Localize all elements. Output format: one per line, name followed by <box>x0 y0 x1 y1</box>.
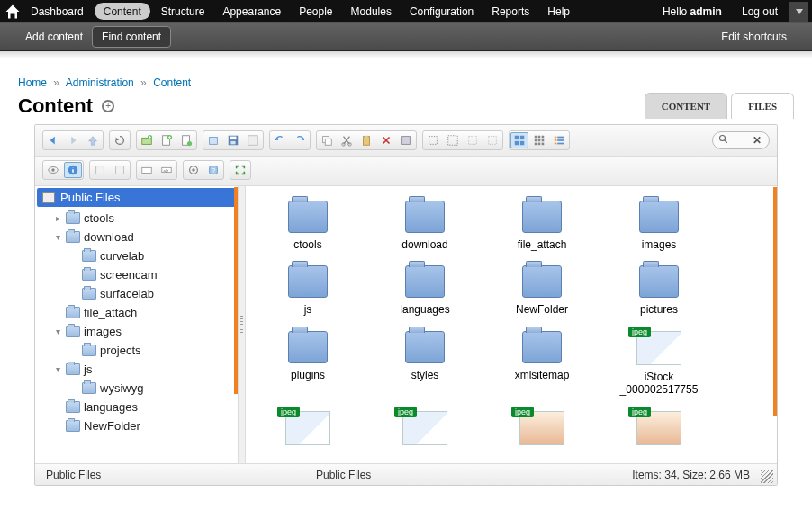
file-item-js[interactable]: js <box>258 265 357 316</box>
tool-c-button[interactable] <box>138 162 156 178</box>
thumbnail: jpeg <box>636 331 681 365</box>
tree-twisty-icon[interactable]: ▾ <box>53 232 62 242</box>
home-icon[interactable] <box>4 3 22 21</box>
forward-button[interactable] <box>64 132 82 148</box>
properties-button[interactable] <box>397 132 415 148</box>
file-item-languages[interactable]: languages <box>375 265 474 316</box>
up-button[interactable] <box>84 132 102 148</box>
undo-button[interactable] <box>271 132 289 148</box>
search-input[interactable] <box>729 135 751 146</box>
file-item-ctools[interactable]: ctools <box>258 201 357 251</box>
add-shortcut-icon[interactable]: + <box>102 100 114 112</box>
admin-menu-modules[interactable]: Modules <box>342 0 401 22</box>
save-button[interactable] <box>224 132 242 148</box>
details-button[interactable] <box>64 162 82 178</box>
view-list-button[interactable] <box>550 132 568 148</box>
copy-button[interactable] <box>318 132 336 148</box>
tab-files[interactable]: FILES <box>731 93 794 119</box>
cut-button[interactable] <box>338 132 356 148</box>
upload-button[interactable] <box>177 132 195 148</box>
breadcrumb-content[interactable]: Content <box>153 76 191 89</box>
tree-item-file_attach[interactable]: file_attach <box>35 303 238 322</box>
file-item-thumb[interactable]: jpeg <box>492 411 591 449</box>
new-folder-button[interactable] <box>138 132 156 148</box>
tree-item-newfolder[interactable]: NewFolder <box>35 416 238 435</box>
admin-menu-appearance[interactable]: Appearance <box>213 0 290 22</box>
open-button[interactable] <box>204 132 222 148</box>
file-item-xmlsitemap[interactable]: xmlsitemap <box>492 331 591 397</box>
delete-button[interactable] <box>377 132 395 148</box>
svg-rect-19 <box>448 136 458 146</box>
tree-item-surfacelab[interactable]: surfacelab <box>35 284 238 303</box>
tree-twisty-icon[interactable]: ▾ <box>53 364 62 374</box>
admin-menu-reports[interactable]: Reports <box>483 0 538 22</box>
file-item-styles[interactable]: styles <box>375 331 474 397</box>
deselect-button[interactable] <box>464 132 482 148</box>
svg-rect-40 <box>557 143 564 145</box>
file-item-download[interactable]: download <box>375 201 474 251</box>
tree-item-download[interactable]: ▾download <box>35 228 238 246</box>
tree-splitter[interactable] <box>239 186 246 463</box>
admin-menu-content[interactable]: Content <box>95 3 150 20</box>
tree-twisty-icon[interactable]: ▸ <box>53 213 62 223</box>
tree-root[interactable]: Public Files <box>37 188 236 207</box>
file-item-thumb[interactable]: jpeg <box>258 411 357 449</box>
tree-item-projects[interactable]: projects <box>35 341 238 360</box>
folder-tree[interactable]: Public Files ▸ctools▾downloadcurvelabscr… <box>35 186 239 463</box>
tree-item-ctools[interactable]: ▸ctools <box>35 209 238 228</box>
fullscreen-button[interactable] <box>231 162 249 178</box>
toolbar-dropdown-toggle[interactable] <box>789 2 808 22</box>
tree-item-languages[interactable]: languages <box>35 398 238 416</box>
help-button[interactable]: ? <box>204 162 222 178</box>
select-button[interactable] <box>424 132 442 148</box>
logout-link[interactable]: Log out <box>731 5 789 18</box>
tree-item-images[interactable]: ▾images <box>35 322 238 341</box>
redo-button[interactable] <box>291 132 309 148</box>
search-box[interactable]: ✕ <box>712 131 770 149</box>
edit-shortcuts-link[interactable]: Edit shortcuts <box>712 27 796 47</box>
view-large-icons-button[interactable] <box>510 132 528 148</box>
file-item-newfolder[interactable]: NewFolder <box>492 265 591 316</box>
tree-item-curvelab[interactable]: curvelab <box>35 246 238 265</box>
tree-item-screencam[interactable]: screencam <box>35 265 238 284</box>
files-panel[interactable]: ctoolsdownloadfile_attachimagesjslanguag… <box>246 186 777 463</box>
admin-menu-people[interactable]: People <box>290 0 341 22</box>
tree-twisty-icon[interactable]: ▾ <box>53 327 62 336</box>
preview-button[interactable] <box>44 162 62 178</box>
admin-menu: DashboardContentStructureAppearancePeopl… <box>22 0 579 22</box>
admin-menu-structure[interactable]: Structure <box>152 0 214 22</box>
rename-button[interactable]: a|z <box>158 162 176 178</box>
admin-menu-dashboard[interactable]: Dashboard <box>22 0 93 22</box>
tree-item-js[interactable]: ▾js <box>35 360 238 379</box>
paste-button[interactable] <box>357 132 375 148</box>
breadcrumb-admin[interactable]: Administration <box>66 76 134 89</box>
fm-toolbar-1: ✕ <box>35 125 777 157</box>
new-file-button[interactable] <box>158 132 176 148</box>
file-item-images[interactable]: images <box>609 201 708 251</box>
file-item-thumb[interactable]: jpegiStock _000002517755 <box>609 331 708 397</box>
admin-menu-help[interactable]: Help <box>538 0 579 22</box>
file-item-thumb[interactable]: jpeg <box>375 411 474 449</box>
file-item-pictures[interactable]: pictures <box>609 265 708 316</box>
file-item-thumb[interactable]: jpeg <box>609 411 708 449</box>
search-icon <box>718 134 729 148</box>
tab-content[interactable]: CONTENT <box>645 93 727 119</box>
select-all-button[interactable] <box>444 132 462 148</box>
tree-item-wysiwyg[interactable]: wysiwyg <box>35 379 238 398</box>
add-content-link[interactable]: Add content <box>16 27 92 47</box>
back-button[interactable] <box>44 132 62 148</box>
tool-b-button[interactable] <box>111 162 129 178</box>
tool-a-button[interactable] <box>91 162 109 178</box>
admin-menu-configuration[interactable]: Configuration <box>401 0 483 22</box>
search-clear-icon[interactable]: ✕ <box>751 134 763 147</box>
resize-grip-icon[interactable] <box>761 470 773 483</box>
settings-button[interactable] <box>185 162 203 178</box>
file-item-plugins[interactable]: plugins <box>258 331 357 397</box>
info-button[interactable] <box>244 132 262 148</box>
view-small-icons-button[interactable] <box>530 132 548 148</box>
file-item-file_attach[interactable]: file_attach <box>492 201 591 251</box>
invert-select-button[interactable] <box>483 132 501 148</box>
reload-button[interactable] <box>111 132 129 148</box>
breadcrumb-home[interactable]: Home <box>18 76 47 89</box>
find-content-link[interactable]: Find content <box>92 26 171 48</box>
